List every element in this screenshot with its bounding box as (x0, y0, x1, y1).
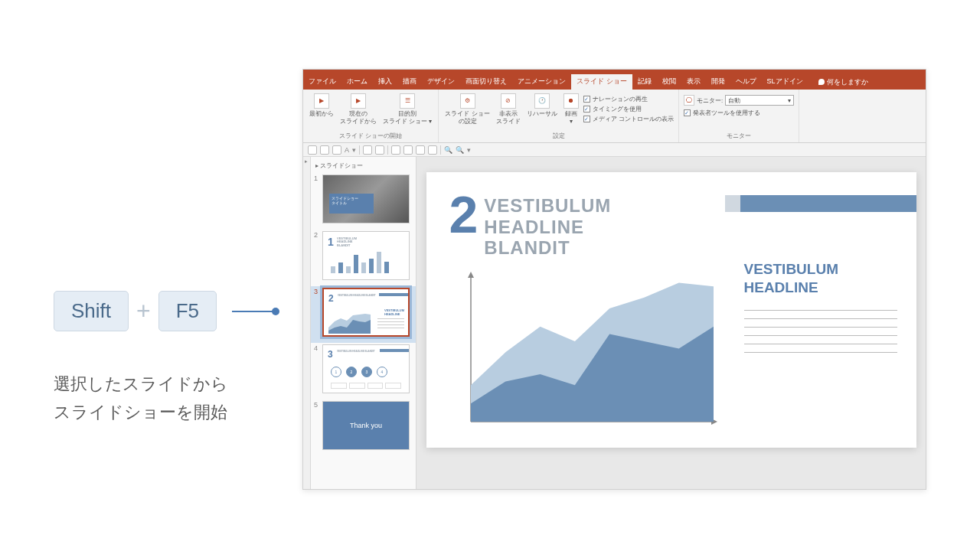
qat-btn-2[interactable] (375, 145, 384, 155)
monitor-label: モニター: (697, 96, 723, 105)
thumbnail-header: ▸ スライドショー (311, 160, 416, 173)
tab-view[interactable]: 表示 (681, 74, 706, 90)
qat-undo-button[interactable] (320, 145, 329, 155)
svg-marker-3 (468, 272, 474, 278)
setup-icon: ⚙ (460, 93, 475, 109)
slide-number: 2 (449, 191, 479, 238)
thumbnail-4[interactable]: 4 3 VESTIBULUM HEADLINE BLANDIT 1234 (311, 343, 416, 399)
qat-btn-5[interactable] (416, 145, 425, 155)
timings-checkbox[interactable]: ✓タイミングを使用 (583, 105, 674, 113)
powerpoint-window: ファイル ホーム 挿入 描画 デザイン 画面切り替え アニメーション スライド … (302, 69, 926, 490)
tab-insert[interactable]: 挿入 (373, 74, 397, 90)
qat-btn-1[interactable] (363, 145, 372, 155)
qat-btn-4[interactable] (403, 145, 413, 155)
tab-draw[interactable]: 描画 (397, 74, 422, 90)
slide[interactable]: 2 VESTIBULUM HEADLINE BLANDIT VESTIBULUM… (426, 172, 916, 448)
quick-access-toolbar: A ▾ 🔍 🔍 ▾ (303, 143, 926, 157)
tab-review[interactable]: 校閲 (657, 74, 681, 90)
bulb-icon (818, 79, 825, 85)
hide-icon: ⊘ (501, 93, 516, 109)
side-title: VESTIBULUM HEADLINE (744, 260, 897, 297)
ribbon-tabs: ファイル ホーム 挿入 描画 デザイン 画面切り替え アニメーション スライド … (303, 74, 926, 90)
qat-btn-6[interactable] (428, 145, 437, 155)
zoom-in-icon[interactable]: 🔍 (456, 146, 464, 154)
tell-me-search[interactable]: 何をしますか (813, 74, 874, 90)
thumbnail-5[interactable]: 5 Thank you (311, 399, 416, 456)
ribbon-group-start: ▶ 最初から ▶ 現在の スライドから ☰ 目的別 スライド ショー ▾ スライ… (303, 90, 439, 142)
accent-bar (740, 195, 916, 212)
tab-animations[interactable]: アニメーション (512, 74, 571, 90)
tab-file[interactable]: ファイル (303, 74, 341, 90)
tab-sladdin[interactable]: SLアドイン (762, 74, 808, 90)
shortcut-instruction-panel: Shift + F5 選択したスライドから スライドショーを開始 (54, 291, 278, 427)
monitor-icon: 🖵 (684, 95, 694, 106)
clock-icon: 🕐 (534, 93, 550, 109)
narration-checkbox[interactable]: ✓ナレーションの再生 (583, 95, 674, 103)
setup-slideshow-button[interactable]: ⚙ スライド ショー の設定 (443, 92, 491, 126)
group-monitor-label: モニター (684, 132, 794, 140)
qat-save-button[interactable] (308, 145, 317, 155)
area-chart (457, 272, 717, 432)
tab-help[interactable]: ヘルプ (730, 74, 762, 90)
ribbon-group-setup: ⚙ スライド ショー の設定 ⊘ 非表示 スライド 🕐 リハーサル ⏺ (439, 90, 678, 142)
presenter-view-checkbox[interactable]: ✓発表者ツールを使用する (684, 109, 760, 117)
tab-design[interactable]: デザイン (422, 74, 460, 90)
ribbon-group-monitor: 🖵 モニター: 自動▾ ✓発表者ツールを使用する モニター (679, 90, 799, 142)
zoom-out-icon[interactable]: 🔍 (444, 146, 452, 154)
outline-toggle[interactable] (303, 157, 311, 489)
tab-home[interactable]: ホーム (341, 74, 373, 90)
placeholder-lines (744, 310, 897, 360)
key-combo: Shift + F5 (54, 291, 278, 331)
key-shift: Shift (54, 291, 129, 331)
custom-slideshow-button[interactable]: ☰ 目的別 スライド ショー ▾ (381, 92, 433, 126)
thumbnail-panel: ▸ スライドショー 1 スライドショータイトル 2 1 VESTIBULUM H… (311, 157, 416, 489)
group-setup-label: 設定 (443, 132, 673, 140)
play-icon: ▶ (314, 93, 329, 109)
thumbnail-2[interactable]: 2 1 VESTIBULUM HEADLINE BLANDIT (311, 230, 416, 286)
hide-slide-button[interactable]: ⊘ 非表示 スライド (495, 92, 522, 126)
qat-redo-button[interactable] (332, 145, 341, 155)
record-icon: ⏺ (564, 93, 579, 109)
tab-slideshow[interactable]: スライド ショー (571, 74, 632, 90)
custom-show-icon: ☰ (400, 93, 415, 109)
media-controls-checkbox[interactable]: ✓メディア コントロールの表示 (583, 115, 674, 123)
group-start-label: スライド ショーの開始 (308, 132, 433, 140)
chevron-down-icon: ▾ (788, 97, 791, 104)
thumbnail-1[interactable]: 1 スライドショータイトル (311, 173, 416, 230)
main-area: ▸ スライドショー 1 スライドショータイトル 2 1 VESTIBULUM H… (303, 157, 926, 489)
play-current-icon: ▶ (351, 93, 366, 109)
qat-btn-3[interactable] (391, 145, 400, 155)
slide-canvas[interactable]: 2 VESTIBULUM HEADLINE BLANDIT VESTIBULUM… (416, 157, 926, 489)
record-button[interactable]: ⏺ 録画 ▾ (562, 92, 580, 126)
key-f5: F5 (158, 291, 217, 331)
rehearse-button[interactable]: 🕐 リハーサル (525, 92, 559, 119)
plus-icon: + (136, 297, 151, 325)
instruction-text: 選択したスライドから スライドショーを開始 (54, 370, 278, 427)
from-beginning-button[interactable]: ▶ 最初から (308, 92, 335, 119)
mini-area-chart-icon (328, 311, 371, 334)
monitor-select[interactable]: 自動▾ (725, 95, 794, 106)
thumbnail-3[interactable]: 3 2 VESTIBULUM HEADLINE BLANDIT VESTIBUL… (311, 286, 416, 343)
from-current-button[interactable]: ▶ 現在の スライドから (338, 92, 378, 126)
ribbon: ▶ 最初から ▶ 現在の スライドから ☰ 目的別 スライド ショー ▾ スライ… (303, 90, 926, 143)
tab-record[interactable]: 記録 (632, 74, 657, 90)
arrow-connector (232, 311, 278, 312)
tab-transitions[interactable]: 画面切り替え (460, 74, 512, 90)
tab-developer[interactable]: 開発 (706, 74, 730, 90)
